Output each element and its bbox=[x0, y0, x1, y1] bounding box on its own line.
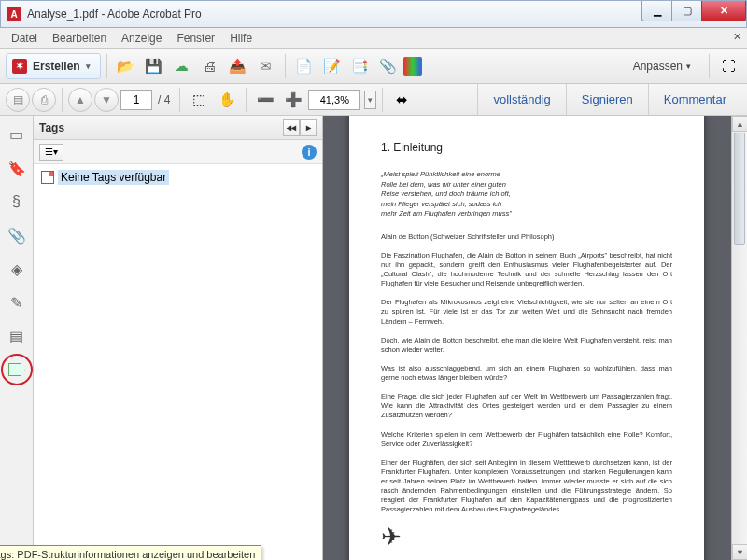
tags-tree: Keine Tags verfügbar bbox=[34, 164, 322, 560]
model-tree-icon[interactable]: ▤ bbox=[4, 323, 30, 349]
window-title: Analyse_1.pdf - Adobe Acrobat Pro bbox=[27, 7, 202, 21]
zoom-in-button[interactable]: ➕ bbox=[280, 87, 306, 113]
navigation-toolbar: ▤ ⎙ ▲ ▼ / 4 ⬚ ✋ ➖ ➕ ▾ ⬌ vollständig Sign… bbox=[0, 84, 747, 116]
menu-bearbeiten[interactable]: Bearbeiten bbox=[45, 30, 114, 47]
quote-line: Reise verstehen, und doch träume ich oft… bbox=[381, 189, 672, 200]
sticky-notes-icon[interactable]: § bbox=[4, 189, 30, 215]
workspace: ▭ 🔖 § 📎 ◈ ✎ ▤ Tags: PDF-Strukturinformat… bbox=[0, 116, 747, 560]
cloud-upload-button[interactable]: ☁ bbox=[169, 53, 195, 79]
maximize-button[interactable]: ▢ bbox=[671, 1, 701, 21]
create-form-button[interactable]: 📑 bbox=[347, 53, 374, 79]
attachments-icon[interactable]: 📎 bbox=[4, 222, 30, 248]
combine-files-button[interactable]: 📎 bbox=[375, 53, 402, 79]
vollstaendig-button[interactable]: vollständig bbox=[477, 84, 565, 115]
layers-icon[interactable]: ◈ bbox=[4, 256, 30, 282]
quote-line: „Meist spielt Pünktlichkeit eine enorme bbox=[381, 170, 672, 180]
dropdown-arrow-icon[interactable]: ▾ bbox=[364, 91, 376, 109]
body-paragraph: Einer der Flughäfen, der sich seit Anbeg… bbox=[381, 458, 672, 515]
navigation-strip: ▭ 🔖 § 📎 ◈ ✎ ▤ Tags: PDF-Strukturinformat… bbox=[0, 116, 34, 560]
tags-panel-title: Tags bbox=[39, 121, 64, 134]
signieren-button[interactable]: Signieren bbox=[566, 84, 648, 115]
share-button[interactable]: 📤 bbox=[225, 53, 251, 79]
thumbnails-button[interactable]: ▤ bbox=[6, 88, 30, 112]
bookmarks-icon[interactable]: 🔖 bbox=[4, 155, 30, 181]
menu-anzeige[interactable]: Anzeige bbox=[114, 30, 169, 47]
toolbar-separator bbox=[179, 88, 180, 112]
signatures-icon[interactable]: ✎ bbox=[4, 289, 30, 315]
airplane-icon: ✈ bbox=[381, 525, 672, 549]
zoom-out-button[interactable]: ➖ bbox=[252, 87, 278, 113]
page-up-button[interactable]: ▲ bbox=[68, 88, 92, 112]
multimedia-button[interactable] bbox=[403, 57, 422, 76]
hand-tool-button[interactable]: ✋ bbox=[214, 87, 240, 113]
window-controls: ▁ ▢ ✕ bbox=[641, 1, 746, 21]
page-down-button[interactable]: ▼ bbox=[94, 88, 119, 112]
panel-prev-button[interactable]: ◂◂ bbox=[283, 119, 300, 136]
print-button[interactable]: 🖨 bbox=[197, 53, 223, 79]
menubar-close-icon[interactable]: ✕ bbox=[733, 31, 741, 43]
page-heading: 1. Einleitung bbox=[381, 140, 672, 155]
body-paragraph: Eine Frage, die sich jeder Flughafen auf… bbox=[381, 392, 672, 420]
toolbar-separator bbox=[382, 88, 383, 112]
body-paragraph: Der Flughafen als Mikrokosmos zeigt eine… bbox=[381, 298, 672, 326]
tags-options-button[interactable]: ☰▾ bbox=[39, 144, 63, 161]
anpassen-label: Anpassen bbox=[633, 60, 683, 73]
document-viewer[interactable]: 1. Einleitung „Meist spielt Pünktlichkei… bbox=[323, 116, 747, 560]
quote-author: Alain de Botton (Schweizer Schriftstelle… bbox=[381, 232, 672, 242]
customize-toolbar-button[interactable]: Anpassen ▾ bbox=[621, 55, 703, 77]
fit-width-button[interactable]: ⬌ bbox=[388, 87, 415, 113]
tags-tooltip: Tags: PDF-Strukturinformationen anzeigen… bbox=[0, 545, 261, 560]
toolbar-separator bbox=[709, 54, 710, 78]
info-icon[interactable]: i bbox=[302, 145, 317, 160]
create-label: Erstellen bbox=[33, 60, 80, 73]
tags-panel-subheader: ☰▾ i bbox=[34, 140, 322, 164]
dropdown-arrow-icon: ▾ bbox=[86, 62, 91, 71]
fullscreen-button[interactable]: ⛶ bbox=[715, 53, 741, 79]
quote-line: Rolle bei dem, was wir unter einer guten bbox=[381, 180, 672, 190]
select-tool-button[interactable]: ⬚ bbox=[186, 87, 212, 113]
export-pdf-button[interactable]: 📄 bbox=[291, 53, 317, 79]
menu-datei[interactable]: Datei bbox=[4, 30, 45, 47]
menu-fenster[interactable]: Fenster bbox=[169, 30, 222, 47]
create-plus-icon: ✶ bbox=[12, 59, 27, 74]
pdf-page: 1. Einleitung „Meist spielt Pünktlichkei… bbox=[349, 116, 704, 560]
toolbar-separator bbox=[285, 54, 286, 78]
scroll-down-button[interactable]: ▼ bbox=[732, 544, 747, 560]
toolbar-separator bbox=[246, 88, 247, 112]
open-file-button[interactable]: 📂 bbox=[113, 53, 139, 79]
kommentar-button[interactable]: Kommentar bbox=[648, 84, 741, 115]
body-paragraph: Die Faszination Flughafen, die Alain de … bbox=[381, 251, 672, 289]
close-button[interactable]: ✕ bbox=[701, 1, 746, 21]
page-number-input[interactable] bbox=[120, 90, 152, 110]
menu-hilfe[interactable]: Hilfe bbox=[222, 30, 260, 47]
tags-panel: Tags ◂◂ ▸ ☰▾ i Keine Tags verfügbar bbox=[34, 116, 323, 560]
email-button[interactable]: ✉ bbox=[253, 53, 279, 79]
tags-tree-root[interactable]: Keine Tags verfügbar bbox=[41, 170, 315, 185]
menu-bar: Datei Bearbeiten Anzeige Fenster Hilfe ✕ bbox=[0, 28, 747, 49]
tag-glyph-icon bbox=[8, 363, 25, 376]
zoom-level-input[interactable] bbox=[308, 90, 360, 110]
edit-pdf-button[interactable]: 📝 bbox=[319, 53, 345, 79]
quote-line: mein Flieger verspätet sich, sodass ich bbox=[381, 200, 672, 210]
find-button[interactable]: ⎙ bbox=[32, 88, 56, 112]
save-button[interactable]: 💾 bbox=[141, 53, 167, 79]
main-toolbar: ✶ Erstellen ▾ 📂 💾 ☁ 🖨 📤 ✉ 📄 📝 📑 📎 Anpass… bbox=[0, 49, 747, 84]
body-paragraph: Welche Kriterien spielen in dem Wettbewe… bbox=[381, 430, 672, 449]
dropdown-arrow-icon: ▾ bbox=[686, 62, 691, 71]
right-action-bar: vollständig Signieren Kommentar bbox=[477, 84, 741, 115]
body-paragraph: Doch, wie Alain de Botton beschreibt, eh… bbox=[381, 336, 672, 355]
body-paragraph: Was ist also ausschlaggebend, um sich an… bbox=[381, 364, 672, 383]
toolbar-separator bbox=[62, 88, 63, 112]
vertical-scrollbar[interactable]: ▲ ▼ bbox=[731, 116, 747, 560]
page-total-label: / 4 bbox=[154, 93, 174, 106]
tags-icon[interactable] bbox=[4, 357, 30, 383]
create-button[interactable]: ✶ Erstellen ▾ bbox=[6, 53, 101, 79]
tags-panel-header: Tags ◂◂ ▸ bbox=[34, 116, 322, 140]
pdf-document-icon bbox=[41, 171, 54, 184]
window-titlebar: A Analyse_1.pdf - Adobe Acrobat Pro ▁ ▢ … bbox=[0, 0, 747, 28]
scroll-up-button[interactable]: ▲ bbox=[732, 116, 747, 132]
minimize-button[interactable]: ▁ bbox=[641, 1, 671, 21]
scrollbar-thumb[interactable] bbox=[734, 133, 745, 245]
panel-next-button[interactable]: ▸ bbox=[300, 119, 317, 136]
page-thumbnails-icon[interactable]: ▭ bbox=[4, 121, 30, 147]
